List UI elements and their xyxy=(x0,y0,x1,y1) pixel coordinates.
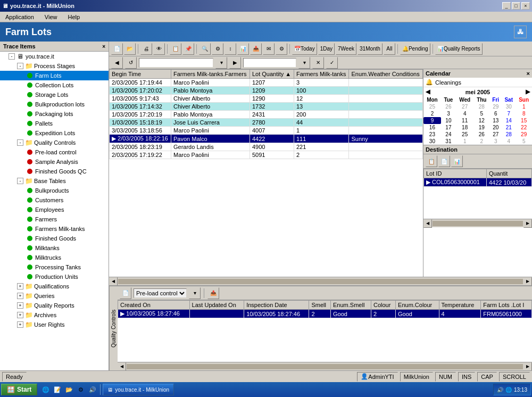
main-scroll-right[interactable]: ▶ xyxy=(523,277,532,286)
calendar-day-cell[interactable]: 15 xyxy=(516,117,532,124)
calendar-day-cell[interactable]: 2 xyxy=(423,110,441,117)
dest-table-row[interactable]: ▶ COL05063000001 4422 10/03/20 xyxy=(424,178,532,187)
calendar-day-cell[interactable]: 1 xyxy=(516,103,532,110)
bottom-dropdown[interactable]: Pre-load control xyxy=(134,288,187,298)
close-button[interactable]: × xyxy=(521,2,530,10)
sidebar-item-finished-goods[interactable]: Finished Goods xyxy=(0,234,109,243)
sidebar-item-quality-reports[interactable]: + 📁 Quality Reports xyxy=(0,301,109,310)
bottom-scroll-track[interactable] xyxy=(127,364,523,369)
find-button[interactable]: 🔍 xyxy=(199,43,211,55)
filter-dropdown-button[interactable]: ▾ xyxy=(298,57,310,69)
cal-prev-button[interactable]: ◀ xyxy=(426,88,430,95)
calendar-day-cell[interactable]: 7 xyxy=(502,110,516,117)
calendar-day-cell[interactable]: 29 xyxy=(516,131,532,138)
calendar-day-cell[interactable]: 8 xyxy=(516,110,532,117)
sidebar-root[interactable]: - 🖥 you.trace.it xyxy=(0,52,109,61)
bot-col-enum-smell[interactable]: Enum.Smell xyxy=(331,301,371,310)
calendar-day-cell[interactable]: 25 xyxy=(456,131,473,138)
calendar-day-cell[interactable]: 3 xyxy=(441,110,456,117)
calendar-day-cell[interactable]: 23 xyxy=(423,131,441,138)
sidebar-item-expedition-lots[interactable]: Expedition Lots xyxy=(0,128,109,138)
calendar-day-cell[interactable]: 4 xyxy=(502,138,516,145)
table-row[interactable]: 1/03/2005 17:20:19Pablo Montoya2431200 xyxy=(110,111,423,119)
calendar-day-cell[interactable]: 2 xyxy=(473,138,489,145)
table-row[interactable]: ▶ 2/03/2005 18:22:16 Pavon Malco4422111S… xyxy=(110,135,423,143)
filter-input[interactable]: -- None -- xyxy=(243,58,296,68)
calendar-day-cell[interactable]: 11 xyxy=(456,117,473,124)
calendar-day-cell[interactable]: 5 xyxy=(516,138,532,145)
calendar-day-cell[interactable]: 22 xyxy=(516,124,532,131)
week-button[interactable]: 7 Week xyxy=(336,43,356,55)
bot-col-colour[interactable]: Colour xyxy=(371,301,396,310)
sidebar-item-farmers[interactable]: Farmers xyxy=(0,214,109,224)
calendar-day-cell[interactable]: 28 xyxy=(473,103,489,110)
bottom-dropdown-btn[interactable]: ▾ xyxy=(189,287,201,299)
calendar-day-cell[interactable]: 27 xyxy=(489,131,502,138)
today-button[interactable]: 📅 Today xyxy=(292,43,317,55)
calendar-day-cell[interactable]: 24 xyxy=(441,131,456,138)
menu-help[interactable]: Help xyxy=(64,13,83,21)
sidebar-item-customers[interactable]: Customers xyxy=(0,195,109,205)
calendar-day-cell[interactable]: 30 xyxy=(423,138,441,145)
quality-reports-button[interactable]: 📊 Quality Reports xyxy=(435,43,483,55)
calendar-day-cell[interactable]: 28 xyxy=(502,131,516,138)
calendar-cleanings[interactable]: 🔔 Cleanings xyxy=(423,78,532,87)
sidebar-item-finished-goods-qc[interactable]: Finished Goods QC xyxy=(0,167,109,176)
settings-button[interactable]: ⚙ xyxy=(276,43,287,55)
nav-forward-button[interactable]: ▶ xyxy=(229,57,241,69)
sidebar-item-employees[interactable]: Employees xyxy=(0,205,109,214)
sidebar-item-sample-analysis[interactable]: Sample Analysis xyxy=(0,157,109,167)
calendar-day-cell[interactable]: 16 xyxy=(423,124,441,131)
sidebar-item-queries[interactable]: + 📁 Queries xyxy=(0,291,109,301)
nav-refresh-button[interactable]: ↺ xyxy=(125,57,137,69)
sidebar-item-milktanks[interactable]: Milktanks xyxy=(0,243,109,253)
calendar-day-cell[interactable]: 14 xyxy=(502,117,516,124)
bot-col-inspection[interactable]: Inspection Date xyxy=(244,301,309,310)
bot-col-created[interactable]: Created On xyxy=(118,301,190,310)
sidebar-item-processing-tanks[interactable]: Processing Tanks xyxy=(0,262,109,272)
day-button[interactable]: 1 Day xyxy=(318,43,335,55)
dest-scroll-track[interactable] xyxy=(433,221,523,226)
calendar-day-cell[interactable]: 3 xyxy=(489,138,502,145)
sidebar-close-button[interactable]: × xyxy=(102,44,105,49)
col-begin-time[interactable]: Begin Time xyxy=(110,70,171,79)
sidebar-item-preload-control[interactable]: Pre-load control xyxy=(0,147,109,157)
sidebar-item-storage-lots[interactable]: Storage Lots xyxy=(0,90,109,100)
calendar-day-cell[interactable]: 20 xyxy=(489,124,502,131)
cal-next-button[interactable]: ▶ xyxy=(526,88,530,95)
calendar-day-cell[interactable]: 5 xyxy=(473,110,489,117)
paste-button[interactable]: 📌 xyxy=(182,43,194,55)
dest-btn-3[interactable]: 📊 xyxy=(451,155,463,167)
table-row[interactable]: 2/03/2005 17:19:22Marco Paolini50912 xyxy=(110,151,423,159)
col-farmers[interactable]: Farmers Milk-tanks.Farmers xyxy=(171,70,250,79)
dest-scroll-right[interactable]: ▶ xyxy=(523,219,532,228)
nav-back-button[interactable]: ◀ xyxy=(111,57,123,69)
calendar-day-cell[interactable]: 30 xyxy=(502,103,516,110)
pending-button[interactable]: 🔔 Pending xyxy=(400,43,430,55)
all-button[interactable]: All xyxy=(384,43,395,55)
calendar-day-cell[interactable]: 25 xyxy=(423,103,441,110)
col-milk-tanks[interactable]: Farmers Milk-tanks xyxy=(294,70,349,79)
calendar-day-cell[interactable]: 13 xyxy=(489,117,502,124)
preview-button[interactable]: 👁 xyxy=(153,43,165,55)
export-button[interactable]: 📊 xyxy=(237,43,249,55)
table-row[interactable]: 1/03/2005 17:14:32Chiver Alberto173213 xyxy=(110,103,423,111)
menu-view[interactable]: View xyxy=(41,13,61,21)
calendar-day-cell[interactable]: 26 xyxy=(441,103,456,110)
calendar-day-cell[interactable]: 26 xyxy=(473,131,489,138)
calendar-day-cell[interactable]: 6 xyxy=(489,110,502,117)
calendar-day-cell[interactable]: 31 xyxy=(441,138,456,145)
copy-button[interactable]: 📋 xyxy=(170,43,181,55)
menu-application[interactable]: Application xyxy=(2,13,37,21)
dest-scroll-left[interactable]: ◀ xyxy=(423,219,432,228)
sidebar-item-farmers-milktanks[interactable]: Farmers Milk-tanks xyxy=(0,224,109,234)
sidebar-item-packaging-lots[interactable]: Packaging lots xyxy=(0,109,109,119)
bottom-scroll-left[interactable]: ◀ xyxy=(118,362,126,371)
col-lot-qty[interactable]: Lot Quantity ▲ xyxy=(250,70,294,79)
sidebar-item-pallets[interactable]: Pallets xyxy=(0,119,109,128)
calendar-day-cell[interactable]: 9 xyxy=(423,117,441,124)
bottom-new-button[interactable]: 📄 xyxy=(120,287,131,299)
table-row[interactable]: 1/03/2005 9:17:43Chiver Alberto129012 xyxy=(110,95,423,103)
bottom-table-row[interactable]: ▶ 10/03/2005 18:27:46 10/03/2005 18:27:4… xyxy=(118,310,532,318)
import-button[interactable]: 📥 xyxy=(250,43,262,55)
